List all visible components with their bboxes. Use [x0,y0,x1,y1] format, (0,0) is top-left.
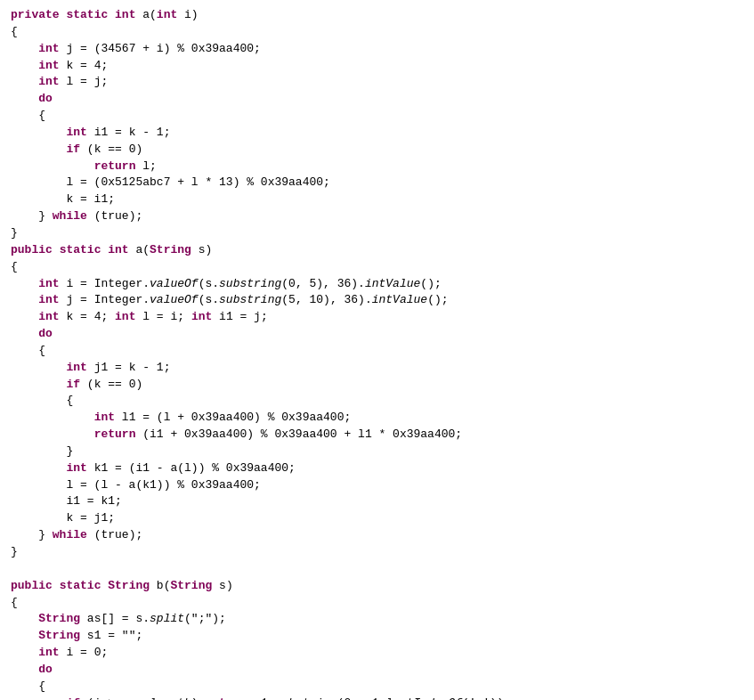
code-line: i1 = k1; [0,493,754,510]
code-line: l = (0x5125abc7 + l * 13) % 0x39aa400; [0,175,754,191]
code-line: do [0,91,754,108]
code-line: int j1 = k - 1; [0,360,754,377]
code-line: } while (true); [0,527,754,544]
code-line: { [0,393,754,410]
code-line: return l; [0,159,754,175]
code-line: if (i >= as.length) return s1.substring(… [0,696,754,700]
code-line: k = i1; [0,191,754,208]
code-container: private static int a(int i){ int j = (34… [0,0,754,700]
code-line: int j = Integer.valueOf(s.substring(5, 1… [0,292,754,309]
code-line: { [0,679,754,696]
code-line: if (k == 0) [0,377,754,394]
code-line: { [0,343,754,360]
code-line: } [0,544,754,561]
code-line: int l = j; [0,74,754,91]
code-line: if (k == 0) [0,142,754,159]
code-line: } while (true); [0,208,754,225]
code-line: public static int a(String s) [0,242,754,259]
code-line: int i1 = k - 1; [0,125,754,142]
code-line: } [0,444,754,460]
code-line: int i = 0; [0,645,754,662]
code-line: int l1 = (l + 0x39aa400) % 0x39aa400; [0,410,754,427]
code-line: { [0,108,754,125]
code-line: { [0,595,754,612]
code-line: public static String b(String s) [0,578,754,595]
code-line: int k = 4; int l = i; int i1 = j; [0,309,754,326]
code-line: int i = Integer.valueOf(s.substring(0, 5… [0,276,754,293]
code-line: int k = 4; [0,58,754,75]
code-line: do [0,326,754,343]
code-block: private static int a(int i){ int j = (34… [0,7,754,700]
code-line: int j = (34567 + i) % 0x39aa400; [0,41,754,58]
code-line [0,561,754,578]
code-line: String as[] = s.split(";"); [0,611,754,628]
code-line: int k1 = (i1 - a(l)) % 0x39aa400; [0,460,754,477]
code-line: return (i1 + 0x39aa400) % 0x39aa400 + l1… [0,427,754,444]
code-line: do [0,662,754,679]
code-line: String s1 = ""; [0,628,754,645]
code-line: { [0,24,754,41]
code-line: private static int a(int i) [0,7,754,24]
code-line: } [0,225,754,242]
code-line: { [0,259,754,276]
code-line: l = (l - a(k1)) % 0x39aa400; [0,477,754,494]
code-line: k = j1; [0,510,754,527]
